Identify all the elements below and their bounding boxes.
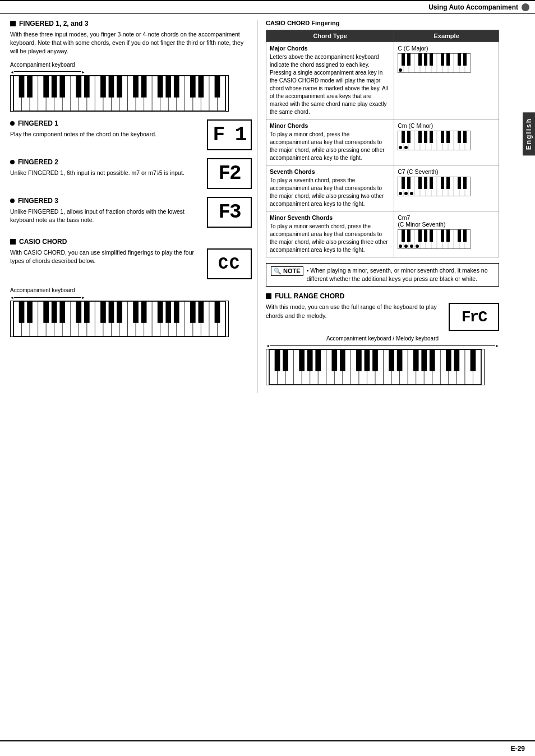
svg-rect-108 [441, 53, 444, 66]
main-content: FINGERED 1, 2, and 3 With these three in… [0, 14, 535, 393]
circle-bullet-f3 [10, 199, 15, 203]
svg-point-137 [404, 146, 408, 149]
full-range-content: With this mode, you can use the full ran… [266, 303, 499, 331]
svg-rect-107 [430, 53, 433, 66]
svg-rect-233 [446, 349, 451, 371]
f3-display-text: F3 [218, 201, 240, 224]
fingered3-body: Unlike FINGERED 1, allows input of fract… [10, 208, 201, 224]
fingered-heading-text: FINGERED 1, 2, and 3 [19, 20, 88, 27]
svg-rect-32 [84, 76, 90, 98]
svg-rect-220 [299, 349, 305, 371]
svg-rect-160 [463, 177, 467, 189]
svg-rect-225 [356, 349, 362, 371]
keyboard1-arrow [10, 69, 252, 75]
svg-rect-131 [430, 131, 433, 143]
note-text: • When playing a minor, seventh, or mino… [307, 266, 494, 283]
fingered1-subsection: FINGERED 1 Play the component notes of t… [10, 119, 252, 150]
major-mini-keyboard [398, 53, 495, 74]
arrow-right [81, 69, 85, 75]
full-range-heading-text: FULL RANGE CHORD [275, 292, 344, 300]
full-range-body: With this mode, you can use the full ran… [266, 303, 437, 320]
table-row: Minor Chords To play a minor chord, pres… [266, 119, 499, 165]
svg-rect-159 [458, 177, 461, 189]
table-row: Minor Seventh Chords To play a minor sev… [266, 211, 499, 257]
seventh-chords-cell: Seventh Chords To play a seventh chord, … [266, 165, 394, 211]
svg-point-136 [399, 146, 402, 149]
square-bullet [10, 21, 16, 26]
svg-rect-82 [141, 301, 147, 323]
svg-rect-106 [424, 53, 427, 66]
fingered2-heading-text: FINGERED 2 [18, 158, 58, 166]
minor-example-name: Cm (C Minor) [398, 122, 495, 129]
keyboard3-arrow [266, 343, 499, 348]
fingered1-text: FINGERED 1 Play the component notes of t… [10, 119, 201, 144]
casio-chord-text: With CASIO CHORD, you can use simplified… [10, 248, 201, 271]
svg-rect-85 [174, 301, 179, 323]
svg-rect-88 [215, 301, 220, 323]
svg-rect-178 [402, 229, 405, 242]
svg-rect-134 [458, 131, 461, 143]
svg-rect-76 [76, 301, 81, 323]
svg-rect-80 [117, 301, 122, 323]
fingered3-heading: FINGERED 3 [10, 197, 201, 205]
fingered3-text: FINGERED 3 Unlike FINGERED 1, allows inp… [10, 197, 201, 230]
seventh-chords-desc: To play a seventh chord, press the accom… [270, 177, 390, 208]
svg-rect-83 [158, 301, 163, 323]
minor-seventh-mini-keyboard [398, 229, 495, 250]
svg-rect-184 [446, 229, 450, 242]
major-keyboard-svg [398, 53, 471, 73]
header-icon [522, 3, 529, 11]
svg-rect-229 [397, 349, 403, 371]
square-bullet-cc [10, 239, 16, 245]
page-header: Using Auto Accompaniment [0, 0, 535, 14]
svg-rect-31 [76, 76, 81, 98]
minor-seventh-chords-cell: Minor Seventh Chords To play a minor sev… [266, 211, 394, 257]
circle-bullet-f1 [10, 121, 15, 126]
svg-rect-40 [174, 76, 179, 98]
casio-chord-subsection: With CASIO CHORD, you can use simplified… [10, 248, 252, 279]
minor-chords-cell: Minor Chords To play a minor chord, pres… [266, 119, 394, 165]
minor-seventh-example-cell: Cm7(C Minor Seventh) [394, 211, 499, 257]
arrow3-right [495, 343, 499, 348]
major-chords-cell: Major Chords Letters above the accompani… [266, 42, 394, 119]
fingered1-heading: FINGERED 1 [10, 119, 201, 127]
svg-rect-75 [59, 301, 65, 323]
svg-rect-218 [275, 349, 280, 371]
svg-point-163 [410, 192, 413, 195]
cc-display: CC [207, 248, 252, 279]
minor-chords-name: Minor Chords [270, 122, 390, 129]
casio-chord-body: With CASIO CHORD, you can use simplified… [10, 248, 201, 265]
svg-rect-226 [365, 349, 370, 371]
f2-display: F2 [207, 158, 252, 189]
svg-rect-154 [418, 177, 422, 189]
svg-rect-109 [446, 53, 450, 66]
svg-rect-41 [190, 76, 196, 98]
svg-rect-79 [109, 301, 114, 323]
svg-rect-103 [402, 53, 405, 66]
full-range-section: FULL RANGE CHORD With this mode, you can… [266, 292, 499, 385]
keyboard2-container: Accompaniment keyboard [10, 287, 252, 337]
seventh-example-cell: C7 (C Seventh) [394, 165, 499, 211]
keyboard3-svg [266, 349, 485, 385]
side-tab: English [523, 112, 535, 155]
arrow2-right [81, 294, 85, 300]
svg-rect-86 [190, 301, 196, 323]
svg-point-188 [404, 245, 408, 248]
major-chords-name: Major Chords [270, 45, 390, 52]
table-row: Seventh Chords To play a seventh chord, … [266, 165, 499, 211]
minor-seventh-keyboard-svg [398, 229, 471, 249]
casio-chord-fingering-title: CASIO CHORD Fingering [266, 20, 499, 26]
svg-rect-77 [84, 301, 90, 323]
svg-rect-130 [424, 131, 427, 143]
arrow3-left [266, 343, 270, 348]
svg-rect-180 [418, 229, 422, 242]
svg-rect-87 [199, 301, 204, 323]
svg-rect-185 [458, 229, 461, 242]
svg-rect-158 [446, 177, 450, 189]
fingered2-subsection: FINGERED 2 Unlike FINGERED 1, 6th input … [10, 158, 252, 189]
fingered3-subsection: FINGERED 3 Unlike FINGERED 1, allows inp… [10, 197, 252, 230]
f2-display-text: F2 [218, 162, 240, 185]
footer-page-number: E-29 [511, 745, 525, 753]
svg-rect-35 [117, 76, 122, 98]
svg-rect-39 [165, 76, 171, 98]
